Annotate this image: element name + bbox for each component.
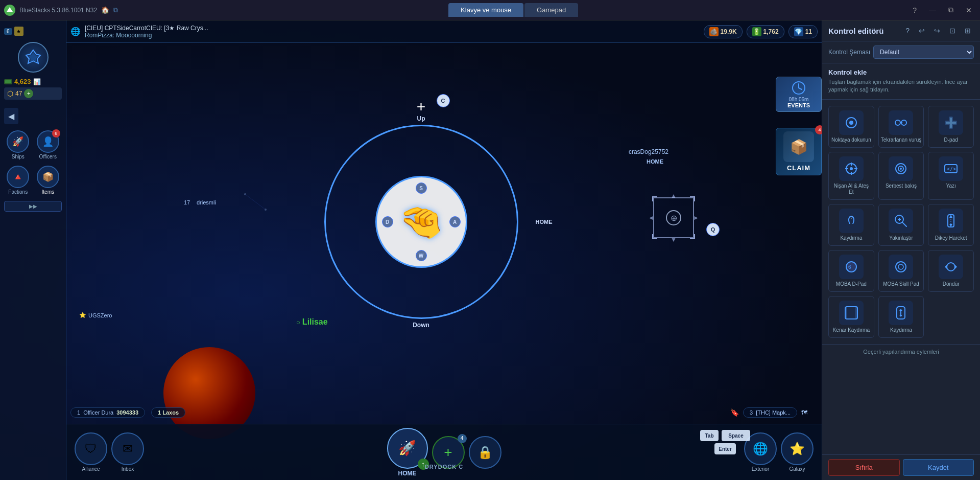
zoom-label: Yakınlaştır [889,235,913,241]
home-icon[interactable]: 🏠 [101,6,109,14]
stat-laxos: 1 Laxos [151,407,185,418]
multi-icon[interactable]: ⧉ [113,6,118,14]
lilisae-icon: ○ [296,318,300,326]
bottom-inbox[interactable]: ✉ Inbox [111,432,144,472]
svg-text:6: 6 [848,264,851,270]
svg-marker-47 [899,309,902,311]
control-text[interactable]: </> Yazı [928,152,974,200]
stats-row: 1 Officer Dura 3094333 1 Laxos 🔖 3 [THC]… [66,401,811,424]
nav-item-factions[interactable]: 🔺 Factions [4,164,32,197]
bottom-home[interactable]: 🚀 ↑ HOME [387,428,428,477]
control-free-look[interactable]: Serbest bakış [878,152,924,200]
svg-rect-7 [5,80,11,83]
control-edge-scroll[interactable]: Kenar Kaydırma [828,296,874,338]
home-key-label: HOME [536,219,553,225]
edge-scroll-icon [839,301,864,325]
panel-export-button[interactable]: ↪ [931,26,943,36]
drydock-badge: 4 [458,434,467,443]
laxos-value: 1 Laxos [158,409,179,416]
enter-key: Enter [714,443,736,454]
crosshair-corner-br [690,234,695,239]
control-rotate[interactable]: Döndür [928,250,974,292]
control-scroll[interactable]: Kaydırma [828,204,874,246]
tab-gamepad[interactable]: Gamepad [524,3,578,17]
nav-item-officers[interactable]: 👤 6 Officers [34,128,62,162]
tab-keyboard-mouse[interactable]: Klavye ve mouse [448,3,523,17]
control-scroll2[interactable]: Kaydırma [878,296,924,338]
stat-name1: Officer Dura [83,409,113,416]
scroll-icon [839,209,864,233]
space-key: Space [722,430,750,441]
sidebar-expand[interactable]: ▶▶ [4,201,62,212]
control-dpad[interactable]: D-pad [928,106,974,148]
zoom-icon [889,209,913,233]
reset-button[interactable]: Sıfırla [828,459,900,476]
officers-label: Officers [39,154,57,159]
ships-icon: 🚀 [7,130,29,153]
nav-item-items[interactable]: 📦 Items [34,164,62,197]
factions-label: Factions [8,189,28,195]
add-currency-button[interactable]: + [24,89,33,98]
galaxy-label: Galaxy [789,466,805,472]
panel-import-button[interactable]: ↩ [916,26,928,36]
crosshair-box[interactable]: ⊕ ◄ ► ▲ ▼ [653,197,694,238]
currency-icon: ⬡ [7,89,13,98]
factions-icon: 🔺 [7,166,29,188]
panel-grid-button[interactable]: ⊡ [946,26,959,36]
svg-point-22 [850,167,853,170]
schema-section: Kontrol Şeması Default [822,41,980,63]
control-tap[interactable]: Noktaya dokunun [828,106,874,148]
moba-dpad-label: MOBA D-Pad [836,281,867,287]
stat-right: 🔖 3 [THC] Mapk... 🗺 [730,407,807,418]
moba-skill-label: MOBA Skill Pad [883,281,919,287]
svg-rect-16 [946,122,956,124]
svg-point-38 [896,262,906,272]
control-zoom[interactable]: Yakınlaştır [878,204,924,246]
bottom-lock[interactable]: 🔒 [469,436,501,469]
close-button[interactable]: ✕ [962,4,976,16]
bottom-alliance[interactable]: 🛡 Alliance [75,432,107,472]
vertical-icon [939,209,963,233]
hand-gesture-icon: 🤏 [377,177,466,266]
joystick-down-label: Down [413,322,429,329]
panel-actions: ? ↩ ↪ ⊡ ⊞ [902,26,974,36]
maximize-button[interactable]: ⧉ [944,4,958,16]
panel-help-button[interactable]: ? [902,26,913,36]
minimize-button[interactable]: — [925,4,940,16]
joystick-ring[interactable]: Up Down S D A W � [324,125,518,319]
bottom-galaxy[interactable]: ⭐ Galaxy [781,432,814,472]
resource-green-icon: 🔋 [752,27,761,36]
control-repeat-tap[interactable]: Tekrarlanan vuruş [878,106,924,148]
game-top-bar: 🌐 [CIEU] CPTSideCarrotCIEU: [3★ Raw Crys… [66,20,822,43]
stat-name2: [THC] Mapk... [756,409,791,416]
schema-select[interactable]: Default [873,45,974,59]
stat-rank2: 3 [750,409,753,416]
resource-green-value: 1,762 [763,28,779,35]
nav-item-ships[interactable]: 🚀 Ships [4,128,32,162]
panel-add-button[interactable]: ⊞ [962,26,974,36]
bluestacks-logo [4,5,15,16]
control-aim-fire[interactable]: Nişan Al & Ateş Et [828,152,874,200]
svg-point-39 [898,264,903,269]
map-icon: 🗺 [801,409,807,416]
app-container: BlueStacks 5.3.86.1001 N32 🏠 ⧉ Klavye ve… [0,0,980,480]
nav-grid: 🚀 Ships 👤 6 Officers 🔺 Factions [0,126,66,199]
dpad-label: D-pad [944,137,958,143]
control-moba-dpad[interactable]: 6 MOBA D-Pad [828,250,874,292]
keys-top-row: Tab Space [700,430,750,441]
resource-green: 🔋 1,762 [747,25,784,38]
events-button[interactable]: 08h 06m EVENTS [776,77,822,112]
control-vertical[interactable]: Dikey Hareket [928,204,974,246]
schema-label: Kontrol Şeması [828,49,870,56]
help-button[interactable]: ? [909,4,921,16]
save-button[interactable]: Kaydet [903,459,974,476]
stat-player2: 3 [THC] Mapk... [743,407,797,418]
crosshair-down-arrow: ▼ [671,236,677,243]
svg-point-10 [849,121,853,125]
control-moba-skill[interactable]: MOBA Skill Pad [878,250,924,292]
svg-line-29 [902,222,906,226]
crosshair-arrows-icon: ⊕ [671,213,677,223]
lock-icon: 🔒 [469,436,501,469]
nav-toggle-button[interactable]: ◀ [4,108,18,124]
claim-button[interactable]: 4 📦 CLAIM [776,128,822,175]
